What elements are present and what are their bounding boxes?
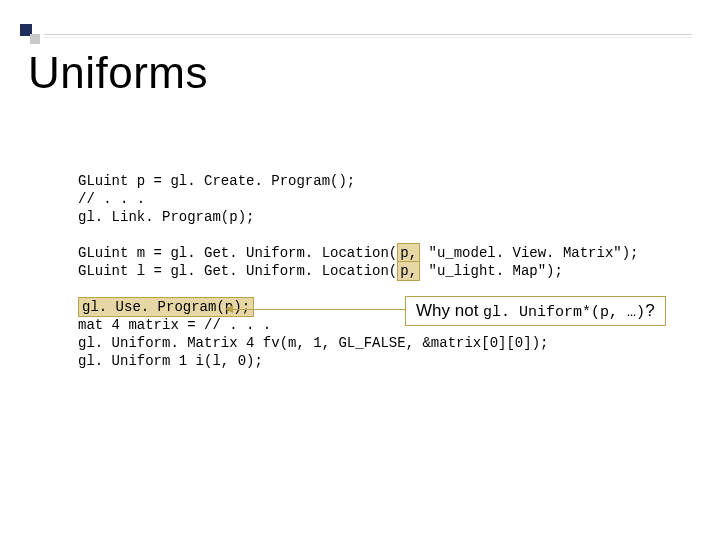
code-block: GLuint p = gl. Create. Program(); // . .… — [78, 172, 639, 370]
code-line-3: gl. Link. Program(p); — [78, 209, 254, 225]
code-line-9: mat 4 matrix = // . . . — [78, 317, 271, 333]
callout-code: gl. Uniform*(p, …) — [483, 304, 645, 321]
callout-box: Why not gl. Uniform*(p, …)? — [405, 296, 666, 326]
callout-arrow-line — [230, 309, 405, 310]
top-divider — [44, 34, 692, 38]
callout-arrow-head-icon — [225, 305, 233, 313]
highlight-p-2: p, — [397, 261, 420, 281]
code-line-1: GLuint p = gl. Create. Program(); — [78, 173, 355, 189]
slide: Uniforms GLuint p = gl. Create. Program(… — [0, 0, 720, 540]
code-line-2: // . . . — [78, 191, 145, 207]
corner-square-light — [30, 34, 40, 44]
callout-prefix: Why not — [416, 301, 483, 320]
code-line-10: gl. Uniform. Matrix 4 fv(m, 1, GL_FALSE,… — [78, 335, 548, 351]
code-line-6-b: "u_light. Map"); — [420, 263, 563, 279]
highlight-p-1: p, — [397, 243, 420, 263]
corner-decoration — [20, 24, 40, 44]
code-line-5-b: "u_model. View. Matrix"); — [420, 245, 638, 261]
code-line-6-a: GLuint l = gl. Get. Uniform. Location( — [78, 263, 397, 279]
code-line-11: gl. Uniform 1 i(l, 0); — [78, 353, 263, 369]
slide-title: Uniforms — [28, 48, 208, 98]
callout-suffix: ? — [645, 301, 654, 320]
code-line-5-a: GLuint m = gl. Get. Uniform. Location( — [78, 245, 397, 261]
